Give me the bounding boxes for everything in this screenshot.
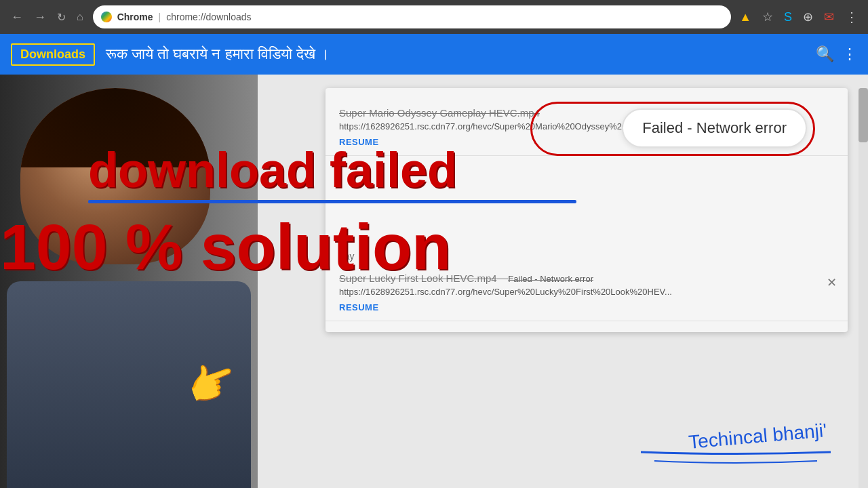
mail-icon[interactable]: ✉ [821,7,837,27]
resume-button-2[interactable]: RESUME [339,302,379,312]
browser-chrome: ← → ↻ ⌂ Chrome | chrome://downloads ▲ ☆ … [0,0,868,34]
download-url-2: https://1628926251.rsc.cdn77.org/hevc/Su… [339,287,712,297]
browser-actions: ▲ ☆ S ⊕ ✉ ⋮ [736,6,861,28]
header-icons: 🔍 ⋮ [816,45,857,63]
handwritten-underlines-svg [641,449,831,469]
back-button[interactable]: ← [7,7,27,27]
download-failed-overlay: download failed [88,142,457,198]
reload-button[interactable]: ↻ [53,8,70,26]
main-content: 👉 Super Mario Odyssey Gameplay HEVC.mp4 … [0,75,868,488]
address-bar[interactable]: Chrome | chrome://downloads [93,5,731,28]
url-separator: | [159,12,161,22]
nav-buttons: ← → ↻ ⌂ [7,7,87,27]
header-search-icon[interactable]: 🔍 [816,45,834,63]
close-icon[interactable]: ✕ [827,275,837,290]
url-text: chrome://downloads [166,12,723,22]
site-icon [101,12,112,22]
scrollbar-thumb[interactable] [859,88,868,142]
downloads-button[interactable]: Downloads [11,43,95,66]
failed-badge-2: Failed - Network error [508,274,593,284]
page-header: Downloads रूक जाये तो घबराये न हमारा विड… [0,34,868,75]
forward-button[interactable]: → [30,7,50,27]
site-name: Chrome [117,12,153,22]
solution-overlay: 100 % solution [0,210,451,284]
error-callout: Failed - Network error [622,108,807,148]
skype-icon[interactable]: S [781,7,795,27]
download-actions-2: RESUME [339,302,834,312]
more-menu-icon[interactable]: ⋮ [842,6,861,28]
bookmark-icon[interactable]: ☆ [760,7,776,27]
header-hindi-text: रूक जाये तो घबराये न हमारा विडियो देखे । [106,45,805,63]
drive-icon[interactable]: ▲ [736,7,754,27]
download-failed-underline [88,200,576,203]
chrome-icon[interactable]: ⊕ [800,7,816,27]
scrollbar[interactable] [859,88,868,488]
home-button[interactable]: ⌂ [73,8,87,26]
header-more-icon[interactable]: ⋮ [842,45,857,63]
